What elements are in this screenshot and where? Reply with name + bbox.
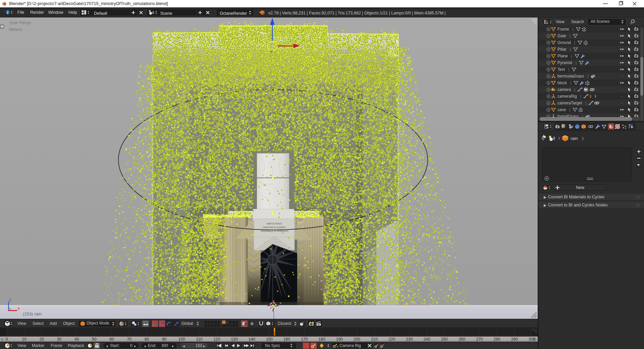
- svg-text:y: y: [9, 306, 11, 311]
- svg-text:z: z: [9, 297, 11, 302]
- svg-text:x: x: [17, 306, 20, 311]
